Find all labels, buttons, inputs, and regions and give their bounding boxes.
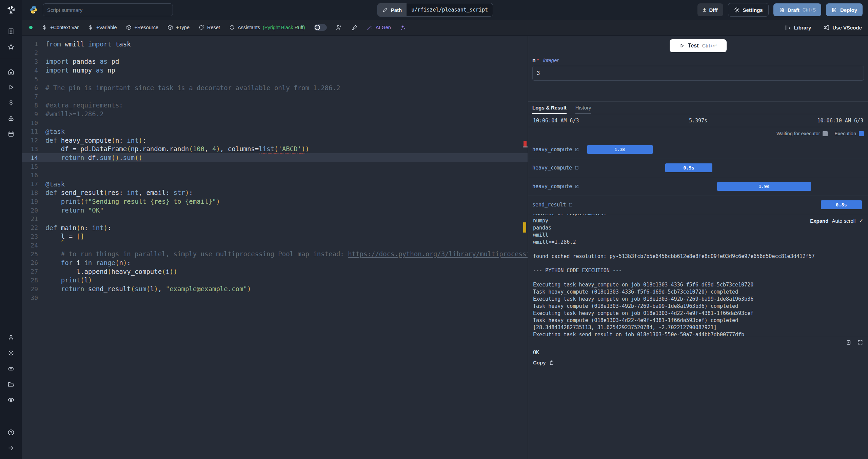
code-line-6[interactable]: 6# The pin is important since task is a … [22, 83, 528, 92]
code-line-7[interactable]: 7 [22, 92, 528, 101]
code-line-23[interactable]: 23 l = [] [22, 232, 528, 241]
diff-button[interactable]: ± Diff [697, 3, 723, 16]
line-number: 26 [22, 259, 45, 266]
code-line-21[interactable]: 21 [22, 215, 528, 223]
sidebar-item-workers[interactable] [0, 361, 22, 376]
code-text: # The pin is important since task is a d… [45, 84, 340, 92]
sidebar-item-instance-settings[interactable] [0, 345, 22, 361]
refresh-icon [229, 24, 235, 31]
settings-button[interactable]: Settings [728, 3, 769, 17]
path-value[interactable]: u/rfiszel/pleasant_script [407, 3, 493, 16]
line-number: 8 [22, 102, 45, 109]
type-button[interactable]: +Type [167, 24, 190, 31]
sidebar-item-variables[interactable] [0, 95, 22, 111]
code-line-30[interactable]: 30 [22, 293, 528, 302]
path-editor[interactable]: Path u/rfiszel/pleasant_script [377, 3, 493, 17]
code-line-29[interactable]: 29 return send_result(sum(l), "example@e… [22, 284, 528, 293]
task-job-link[interactable]: heavy_compute [532, 146, 579, 153]
code-line-12[interactable]: 12def heavy_compute(n: int): [22, 136, 528, 145]
code-line-5[interactable]: 5 [22, 75, 528, 83]
line-number: 21 [22, 215, 45, 222]
ai-sparkles-button[interactable] [400, 24, 406, 31]
code-line-13[interactable]: 13 df = pd.DataFrame(np.random.randn(100… [22, 145, 528, 154]
sidebar-item-audit-logs[interactable] [0, 392, 22, 407]
script-summary-input[interactable] [43, 3, 173, 16]
code-line-24[interactable]: 24 [22, 241, 528, 250]
code-line-15[interactable]: 15 [22, 162, 528, 171]
format-button[interactable] [351, 24, 358, 31]
library-button[interactable]: Library [785, 24, 811, 31]
tab-history[interactable]: History [575, 102, 591, 114]
execution-bar[interactable]: 1.9s [717, 182, 811, 191]
test-button[interactable]: Test Ctrl+↵ [670, 39, 727, 52]
code-line-26[interactable]: 26 for i in range(n): [22, 258, 528, 267]
code-line-8[interactable]: 8#extra_requirements: [22, 101, 528, 110]
code-line-22[interactable]: 22def main(n: int): [22, 223, 528, 232]
overview-ruler[interactable] [523, 36, 528, 459]
log-section[interactable]: content of requirements: numpy pandas wm… [528, 214, 868, 336]
autoscroll-check-icon[interactable]: ✓ [859, 218, 863, 224]
code-line-19[interactable]: 19 print(f"Sending result {res} to {emai… [22, 197, 528, 206]
code-editor[interactable]: 1from wmill import task23import pandas a… [22, 36, 528, 459]
deploy-button[interactable]: Deploy [826, 3, 863, 16]
multiplayer-button[interactable] [336, 24, 342, 31]
code-line-16[interactable]: 16 [22, 171, 528, 180]
execution-bar[interactable]: 0.9s [665, 163, 712, 172]
code-line-27[interactable]: 27 l.append(heavy_compute(i)) [22, 267, 528, 276]
sidebar-item-schedules[interactable] [0, 126, 22, 142]
code-line-28[interactable]: 28 print(l) [22, 276, 528, 285]
sidebar-item-folders[interactable] [0, 376, 22, 392]
sidebar-item-account[interactable] [0, 330, 22, 345]
external-link-icon [568, 202, 573, 207]
task-job-link[interactable]: send_result [532, 202, 573, 208]
tab-logs-result[interactable]: Logs & Result [532, 102, 567, 114]
log-controls: Expand Auto scroll ✓ [810, 218, 863, 224]
copy-result-icon[interactable] [846, 339, 852, 345]
task-job-link[interactable]: heavy_compute [532, 183, 579, 189]
sidebar-item-expand-sidebar[interactable] [0, 440, 22, 456]
calendar-icon [7, 131, 15, 138]
draft-button[interactable]: Draft Ctrl+S [773, 3, 821, 16]
code-line-3[interactable]: 3import pandas as pd [22, 57, 528, 66]
code-line-17[interactable]: 17@task [22, 180, 528, 188]
sidebar-item-resources[interactable] [0, 111, 22, 126]
code-line-1[interactable]: 1from wmill import task [22, 40, 528, 48]
code-line-14[interactable]: 14 return df.sum().sum() [22, 153, 528, 162]
windmill-logo[interactable] [0, 0, 22, 20]
code-line-9[interactable]: 9#wmill>=1.286.2 [22, 109, 528, 118]
assistant-toggle[interactable] [314, 24, 327, 31]
fullscreen-result-icon[interactable] [857, 339, 863, 345]
sidebar-item-home[interactable] [0, 64, 22, 79]
code-line-2[interactable]: 2 [22, 48, 528, 57]
code-line-25[interactable]: 25 # to run things in parallel, simply u… [22, 250, 528, 258]
robot-icon [7, 365, 15, 372]
execution-bar[interactable]: 0.8s [821, 200, 862, 209]
use-vscode-button[interactable]: Use VScode [823, 24, 862, 31]
ai-gen-button[interactable]: AI Gen [367, 24, 391, 31]
code-line-11[interactable]: 11@task [22, 127, 528, 136]
execution-bar[interactable]: 1.3s [587, 145, 652, 154]
code-line-10[interactable]: 10 [22, 118, 528, 127]
code-line-18[interactable]: 18def send_result(res: int, email: str): [22, 188, 528, 197]
line-number: 24 [22, 242, 45, 249]
sidebar-item-help[interactable] [0, 424, 22, 440]
sidebar-item-workspace[interactable] [0, 23, 22, 39]
code-line-4[interactable]: 4import numpy as np [22, 66, 528, 75]
argument-n-input[interactable] [532, 66, 864, 81]
reset-button[interactable]: Reset [198, 24, 220, 31]
sidebar-item-favorites[interactable] [0, 39, 22, 55]
copy-result-button[interactable]: Copy [528, 356, 559, 370]
external-link-icon [574, 147, 579, 152]
resource-button[interactable]: +Resource [126, 24, 159, 31]
context-var-button[interactable]: +Context Var [41, 24, 79, 31]
path-button[interactable]: Path [378, 3, 407, 16]
variable-button[interactable]: +Variable [87, 24, 117, 31]
path-label: Path [391, 7, 402, 13]
code-text: import numpy as np [45, 66, 115, 74]
assistants-button[interactable]: Assistants(Pyright Black Ruff) [229, 24, 305, 31]
task-job-link[interactable]: heavy_compute [532, 165, 579, 171]
code-line-20[interactable]: 20 return "OK" [22, 206, 528, 215]
expand-logs-button[interactable]: Expand [810, 218, 828, 224]
sidebar-item-runs[interactable] [0, 79, 22, 95]
warning-marker [523, 222, 526, 233]
